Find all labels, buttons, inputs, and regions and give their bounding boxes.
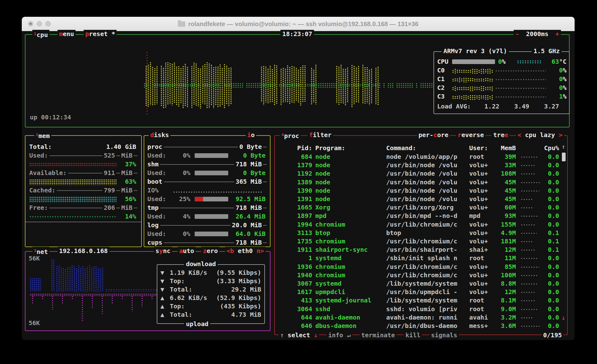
column-header[interactable]: Command:	[386, 144, 466, 152]
process-command: /usr/bin/node /volu	[386, 187, 466, 195]
interface-selector[interactable]: <b eth0 n>	[225, 247, 266, 255]
filter-button[interactable]: filter	[308, 131, 333, 140]
graph-dots	[218, 84, 219, 87]
process-row[interactable]: 1897mpd/usr/bin/mpd --no-dmpd93M0.0	[275, 212, 567, 220]
process-row[interactable]: 1940chromium/usr/lib/chromium/cvolu+100M…	[275, 271, 567, 279]
titlebar[interactable]: rolandfekete — volumio@volumio: ~ — ssh …	[22, 17, 575, 31]
column-header[interactable]: Cpu%	[540, 144, 559, 152]
tab-mem[interactable]: 2mem	[34, 131, 51, 140]
process-row[interactable]: 1389node/usr/bin/node /voluvolu+45M0.0	[275, 178, 567, 187]
load-avg-row: Load AVG:1.223.493.27	[434, 102, 569, 111]
process-row[interactable]: 3113btopbtopvolu+4.9M0.1	[275, 229, 567, 237]
sort-prev-key[interactable]: <	[517, 131, 525, 139]
connector-line	[57, 190, 102, 191]
mem-stat-value: 911	[104, 169, 115, 177]
graph-dots	[305, 84, 306, 87]
process-row[interactable]: 644avahi-daemonavahi-daemon: runniavahi3…	[275, 313, 567, 322]
auto-button[interactable]: auto	[178, 247, 196, 255]
select-up-icon[interactable]: ↑	[280, 331, 288, 339]
interval-increase-button[interactable]: +	[555, 30, 559, 38]
select-down-icon[interactable]: ↓	[310, 331, 317, 339]
net-stat-value: (52.9 Kibps)	[216, 294, 261, 302]
graph-dots	[521, 283, 537, 285]
core-label: C0	[437, 66, 445, 75]
terminate-button[interactable]: terminate	[360, 331, 396, 339]
process-row[interactable]: 1379node/usr/bin/node /voluvolu+33M0.0	[275, 161, 567, 169]
proc-footer: ↑ select ↓info ↵terminatekillsignals0/19…	[279, 331, 563, 339]
scroll-up-icon[interactable]: ↑	[562, 143, 565, 151]
column-header[interactable]: User:	[469, 144, 491, 152]
graph-dots	[398, 83, 400, 88]
process-program: node	[315, 153, 382, 161]
graph-dots	[257, 83, 258, 88]
info-button[interactable]: info ↵	[326, 331, 352, 339]
sync-button[interactable]: sync	[154, 247, 172, 255]
graph-dots	[487, 78, 488, 82]
sort-next-key[interactable]: >	[555, 131, 562, 139]
process-mem: 12M	[492, 288, 516, 296]
next-interface-key[interactable]: n>	[257, 247, 264, 255]
tab-io[interactable]: io	[246, 131, 256, 139]
graph-dots	[270, 84, 271, 87]
per-core-button[interactable]: per-core	[417, 131, 450, 139]
signals-button[interactable]: signals	[429, 331, 459, 339]
process-row[interactable]: 3064sshdsshd: volumio [privroot9.0M0.0	[275, 305, 567, 313]
process-row[interactable]: 1911shairport-sync/usr/bin/shairport-sha…	[275, 246, 567, 254]
process-row[interactable]: 1665Xorg/usr/lib/xorg/Xorgvolu+60M0.0	[275, 203, 567, 212]
scroll-down-icon[interactable]: ↓	[562, 314, 565, 322]
graph-dots	[274, 84, 276, 87]
process-row[interactable]: 1390node/usr/bin/node /voluvolu+45M0.0	[275, 187, 567, 195]
preset-button[interactable]: preset *	[84, 30, 117, 39]
desktop: { "colors": { "border_green": "#37a037",…	[0, 0, 597, 364]
graph-dots	[487, 86, 488, 91]
tree-button[interactable]: tree	[492, 131, 510, 139]
process-row[interactable]: 646dbus-daemon/usr/bin/dbus-daemomess+3.…	[275, 322, 567, 330]
process-mem: 8.8M	[492, 279, 516, 288]
process-row[interactable]: 1systemd/sbin/init splash nroot11M0.0	[275, 254, 567, 262]
graph-dots	[456, 87, 458, 90]
disk-size: 718 MiB	[236, 204, 262, 212]
process-row[interactable]: 1994chromium/usr/lib/chromium/cvolu+155M…	[275, 220, 567, 229]
tab-proc[interactable]: 4proc	[280, 131, 301, 140]
tab-hotkey: d	[150, 131, 154, 139]
graph-dots	[521, 300, 536, 302]
column-header[interactable]: MemB	[492, 144, 516, 152]
graph-dots	[470, 78, 471, 82]
process-row[interactable]: 1192node/usr/bin/node /voluvolu+108M0.0	[275, 169, 567, 178]
process-user: avahi	[469, 313, 491, 322]
graph-dots	[224, 84, 226, 87]
graph-dots	[229, 84, 230, 87]
graph-dots	[58, 265, 60, 292]
tab-text: isks	[154, 131, 169, 139]
graph-dots	[187, 84, 189, 87]
column-header[interactable]: Pid:	[278, 144, 312, 152]
tab-disks[interactable]: disks	[149, 131, 170, 139]
cpu-core-row: C00%	[434, 66, 569, 75]
interval-decrease-button[interactable]: -	[516, 30, 519, 38]
tab-cpu[interactable]: 1cpu	[32, 30, 49, 39]
process-row[interactable]: 3067systemd/lib/systemd/systemvolu+8.8M0…	[275, 279, 567, 288]
prev-interface-key[interactable]: <b	[227, 247, 234, 255]
io-tab-container: io	[246, 131, 256, 139]
process-row[interactable]: 1617upmpdcli/usr/bin/upmpdcli -volu+12M0…	[275, 288, 567, 296]
core-label: C2	[437, 84, 445, 92]
scrollbar-thumb[interactable]	[562, 153, 566, 161]
process-row[interactable]: 684nodenode /volumio/app/proot39M0.0	[275, 153, 567, 161]
process-row[interactable]: 1936chromium/usr/lib/chromium/cvolu+85M0…	[275, 263, 567, 271]
zero-button[interactable]: zero	[201, 247, 219, 255]
graph-dots	[491, 86, 493, 91]
sort-column-selector[interactable]: < cpu lazy >	[516, 131, 564, 139]
select-control[interactable]: ↑ select ↓	[279, 331, 319, 339]
column-header[interactable]: Program:	[315, 144, 382, 152]
graph-dots	[294, 84, 295, 87]
process-row[interactable]: 1391node/usr/bin/node /voluvolu+45M0.0	[275, 195, 567, 203]
net-controls: syncautozero<b eth0 n>	[154, 247, 266, 255]
menu-button[interactable]: menu	[58, 30, 76, 39]
graph-dots	[489, 96, 491, 99]
net-stat-row: ▲Top:(435 Kibps)	[157, 302, 264, 311]
disks-tabs: disks	[149, 131, 170, 139]
process-row[interactable]: 1735chromium/usr/lib/chromium/cvolu+181M…	[275, 237, 567, 246]
kill-button[interactable]: kill	[404, 331, 422, 339]
reverse-button[interactable]: reverse	[456, 131, 485, 139]
process-row[interactable]: 413systemd-journal/lib/systemd/systemroo…	[275, 296, 567, 305]
